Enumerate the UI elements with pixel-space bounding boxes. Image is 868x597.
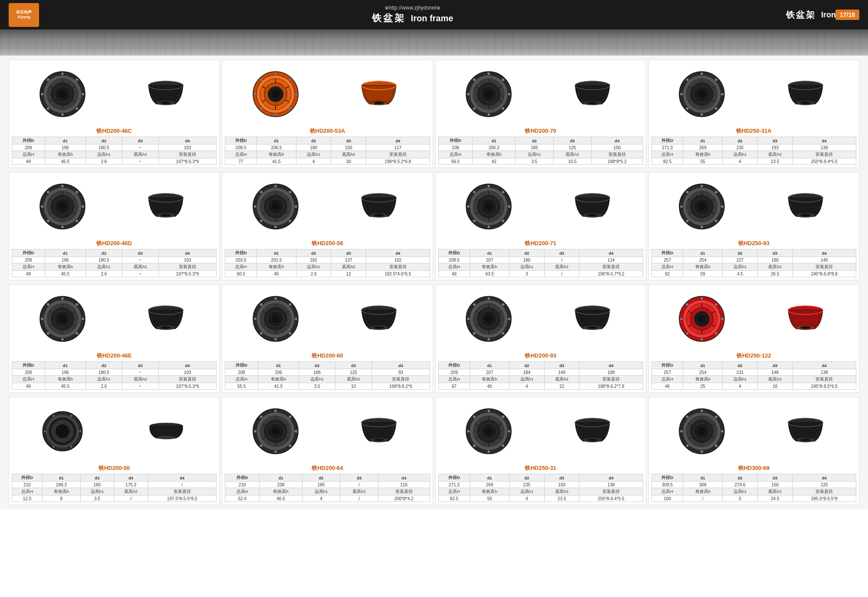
spec-header: 边高h1 <box>85 376 122 383</box>
spec-header: 有效高h <box>45 263 85 271</box>
spec-value: 114 <box>579 257 643 263</box>
svg-point-294 <box>70 446 72 448</box>
spec-header: 安装直径 <box>592 151 643 158</box>
spec-value: 4 <box>510 383 545 390</box>
spec-table: 外径Dd1d2d3d4208.5207180/114总高H有效高h边高h1底高h… <box>438 249 643 277</box>
spec-value: 125 <box>553 144 592 151</box>
spec-value: 208.5 <box>225 144 257 151</box>
product-card: 铁HD200-53A外径Dd1d2d3d4208.5206.5180150117… <box>222 60 433 168</box>
spec-header: 边高h1 <box>299 376 335 383</box>
speaker-front-img <box>12 183 113 230</box>
svg-point-202 <box>41 318 43 320</box>
spec-value: 45 <box>256 271 296 277</box>
svg-point-311 <box>254 430 256 433</box>
spec-value: 49 <box>12 383 45 390</box>
spec-value: 255*8-9.4*5.5 <box>792 158 856 165</box>
spec-header: d3 <box>544 362 579 369</box>
svg-point-133 <box>289 191 291 194</box>
spec-value: / <box>114 495 148 502</box>
svg-point-150 <box>508 205 510 208</box>
spec-value: 196 <box>45 369 85 376</box>
spec-value: 175.3 <box>114 482 148 488</box>
spec-header: 底高h2 <box>757 376 792 383</box>
svg-point-201 <box>46 332 49 335</box>
spec-value: 67 <box>438 383 470 390</box>
spec-header: 有效高h <box>260 488 302 495</box>
spec-value: 4 <box>510 495 545 502</box>
spec-value: 2.6 <box>85 158 122 165</box>
spec-header: d1 <box>260 474 302 482</box>
svg-point-157 <box>502 191 504 194</box>
spec-header: 外径D <box>438 137 473 144</box>
svg-point-85 <box>715 79 718 81</box>
speaker-front-img <box>651 295 753 343</box>
spec-value: 198*8-5.2*6.8 <box>366 158 430 165</box>
spec-header: 安装直径 <box>792 263 856 271</box>
spec-header: 边高h1 <box>510 488 545 495</box>
product-images <box>225 176 430 237</box>
spec-value: 102 <box>366 257 430 263</box>
svg-point-104 <box>61 226 64 228</box>
spec-value: 55 <box>683 158 723 165</box>
svg-point-7 <box>76 107 78 110</box>
spec-value: 10 <box>335 383 372 390</box>
spec-header: 总高H <box>438 488 470 495</box>
spec-value: 108 <box>579 369 643 376</box>
svg-point-129 <box>260 220 263 222</box>
svg-point-11 <box>46 79 49 81</box>
spec-value: 12 <box>331 271 366 277</box>
svg-point-239 <box>374 326 384 329</box>
svg-point-300 <box>157 436 176 439</box>
speaker-side-img <box>755 305 856 333</box>
spec-header: 外径D <box>12 137 45 144</box>
product-images <box>225 401 430 462</box>
product-name: 铁HD250-93 <box>738 239 769 247</box>
spec-value: / <box>544 271 579 277</box>
spec-header: d3 <box>757 362 792 369</box>
spec-header: d4 <box>792 362 856 369</box>
main-content: 铁HD200-46C外径Dd1d2d3d4209196180.5~103总高H有… <box>0 56 868 509</box>
spec-value: 180.5 <box>85 257 122 263</box>
spec-value: 77 <box>225 158 257 165</box>
svg-point-23 <box>161 102 171 104</box>
spec-header: d2 <box>80 474 114 482</box>
spec-header: 有效高h <box>256 263 296 271</box>
product-images <box>12 64 217 125</box>
svg-point-107 <box>46 191 49 194</box>
svg-point-250 <box>467 318 470 320</box>
spec-value: 245*8-6.8*8.8 <box>792 271 856 277</box>
spec-header: 有效高h <box>473 151 516 158</box>
spec-value: 182 <box>296 257 331 263</box>
svg-point-181 <box>715 191 718 194</box>
svg-point-131 <box>260 191 263 194</box>
spec-value: 40 <box>470 383 510 390</box>
spec-header: 边高h1 <box>510 263 545 271</box>
spec-value: / <box>340 495 378 502</box>
spec-header: 安装直径 <box>579 488 643 495</box>
spec-header: 有效高h <box>258 376 299 383</box>
spec-header: 有效高h <box>256 151 296 158</box>
svg-point-36 <box>274 72 277 75</box>
spec-header: d4 <box>148 474 216 482</box>
spec-table: 外径Dd1d2d3d4210198.3180175.3/总高H有效高h边高h1底… <box>12 474 217 502</box>
spec-header: 底高h2 <box>331 151 366 158</box>
svg-point-83 <box>686 79 689 81</box>
svg-point-355 <box>721 430 723 433</box>
spec-value: 4 <box>296 158 331 165</box>
spec-header: 安装直径 <box>378 488 430 495</box>
product-name: 铁HD200-50 <box>99 464 130 472</box>
spec-value: 209 <box>12 369 45 376</box>
spec-value: 52.4 <box>225 495 260 502</box>
speaker-side-img <box>755 80 856 108</box>
svg-point-269 <box>697 315 706 323</box>
spec-value: 23.5 <box>757 158 792 165</box>
spec-header: 外径D <box>225 474 260 482</box>
svg-point-60 <box>487 72 490 75</box>
svg-point-313 <box>274 410 277 412</box>
spec-value: 103 <box>158 144 217 151</box>
product-card: 铁HD200-70外径Dd1d2d3d4208206.2185125100总高H… <box>435 60 646 168</box>
svg-point-296 <box>43 430 46 433</box>
spec-value: 185 <box>302 482 340 488</box>
svg-point-252 <box>487 297 490 300</box>
svg-point-358 <box>686 444 689 447</box>
